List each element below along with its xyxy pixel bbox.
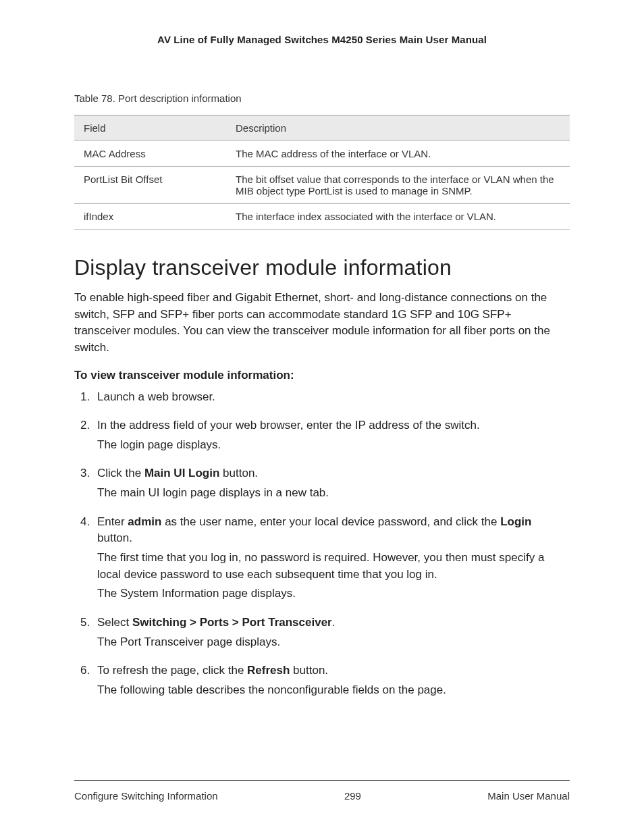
cell-field: MAC Address xyxy=(74,141,226,167)
cell-desc: The interface index associated with the … xyxy=(226,204,570,230)
step-text-pre: To refresh the page, click the xyxy=(97,664,247,677)
cell-field: PortList Bit Offset xyxy=(74,167,226,204)
table-row: ifIndex The interface index associated w… xyxy=(74,204,570,230)
refresh-button-label: Refresh xyxy=(247,664,290,677)
table-caption: Table 78. Port description information xyxy=(74,93,570,104)
table-row: MAC Address The MAC address of the inter… xyxy=(74,141,570,167)
login-button-label: Login xyxy=(500,515,531,528)
footer-rule xyxy=(74,780,570,781)
step-subtext: The Port Transceiver page displays. xyxy=(97,634,570,651)
footer-row: Configure Switching Information 299 Main… xyxy=(74,790,570,802)
step-text-post: . xyxy=(332,616,336,629)
step-4: Enter admin as the user name, enter your… xyxy=(93,514,570,602)
step-subtext: The first time that you log in, no passw… xyxy=(97,550,570,583)
main-ui-login-label: Main UI Login xyxy=(144,467,219,479)
step-text-pre: Click the xyxy=(97,467,144,479)
col-description: Description xyxy=(226,115,570,141)
step-3: Click the Main UI Login button. The main… xyxy=(93,465,570,501)
procedure-subhead: To view transceiver module information: xyxy=(74,369,570,382)
col-field: Field xyxy=(74,115,226,141)
admin-username-label: admin xyxy=(128,515,161,528)
step-5: Select Switching > Ports > Port Transcei… xyxy=(93,615,570,650)
footer-right: Main User Manual xyxy=(487,790,570,802)
step-subtext: The System Information page displays. xyxy=(97,585,570,602)
cell-desc: The bit offset value that corresponds to… xyxy=(226,167,570,204)
section-intro: To enable high-speed fiber and Gigabit E… xyxy=(74,290,570,357)
step-text-pre: Select xyxy=(97,616,132,629)
step-text: Launch a web browser. xyxy=(97,390,215,403)
page-number: 299 xyxy=(344,790,361,802)
step-1: Launch a web browser. xyxy=(93,389,570,406)
port-description-table: Field Description MAC Address The MAC ad… xyxy=(74,115,570,230)
step-text-pre: Enter xyxy=(97,515,128,528)
step-text: In the address field of your web browser… xyxy=(97,419,480,432)
page-footer: Configure Switching Information 299 Main… xyxy=(74,780,570,802)
step-text-post: button. xyxy=(290,664,328,677)
step-text-mid: as the user name, enter your local devic… xyxy=(161,515,500,528)
cell-desc: The MAC address of the interface or VLAN… xyxy=(226,141,570,167)
footer-left: Configure Switching Information xyxy=(74,790,218,802)
step-text-post: button. xyxy=(97,531,132,544)
step-subtext: The following table describes the noncon… xyxy=(97,682,570,699)
step-2: In the address field of your web browser… xyxy=(93,417,570,453)
page: AV Line of Fully Managed Switches M4250 … xyxy=(0,0,644,834)
section-heading: Display transceiver module information xyxy=(74,255,570,280)
step-subtext: The main UI login page displays in a new… xyxy=(97,485,570,502)
step-subtext: The login page displays. xyxy=(97,437,570,454)
table-header-row: Field Description xyxy=(74,115,570,141)
step-6: To refresh the page, click the Refresh b… xyxy=(93,662,570,698)
page-header: AV Line of Fully Managed Switches M4250 … xyxy=(74,34,570,45)
table-row: PortList Bit Offset The bit offset value… xyxy=(74,167,570,204)
procedure-steps: Launch a web browser. In the address fie… xyxy=(74,389,570,699)
menu-path-label: Switching > Ports > Port Transceiver xyxy=(132,616,332,629)
step-text-post: button. xyxy=(219,467,258,479)
cell-field: ifIndex xyxy=(74,204,226,230)
